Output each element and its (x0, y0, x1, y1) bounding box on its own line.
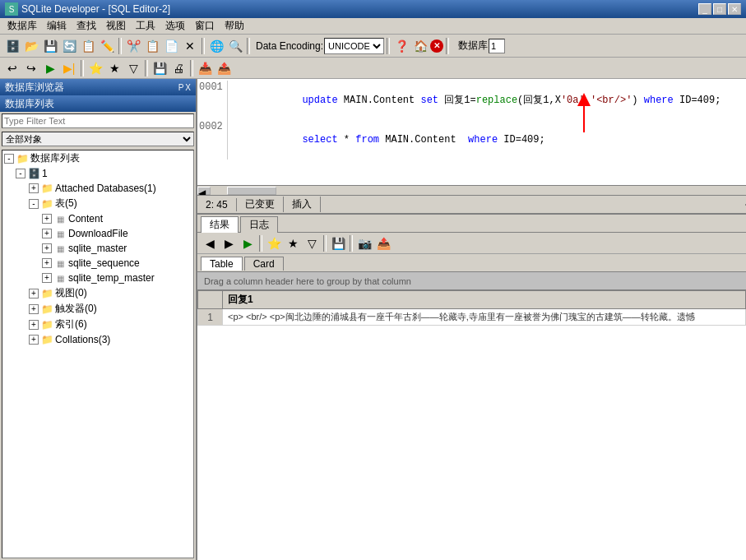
tables-expand[interactable]: - (29, 199, 39, 209)
db-list-title: 数据库列表 (5, 97, 54, 111)
cut-button[interactable]: ✂️ (124, 37, 142, 55)
db-input[interactable] (489, 39, 505, 53)
pin-button[interactable]: P (178, 83, 184, 92)
indexes-expand[interactable]: + (29, 320, 39, 330)
content-expand[interactable]: + (42, 214, 52, 224)
save-results-button[interactable]: 💾 (151, 59, 169, 77)
row-col1-1: <p> <br/> <p>闽北边陲的浦城县有一座千年古刹——轮藏寺,寺庙里有一座… (223, 309, 746, 326)
row-num-header (198, 291, 223, 309)
maximize-button[interactable]: □ (713, 3, 726, 15)
tree-sqlite-temp-master[interactable]: + ▦ sqlite_temp_master (2, 271, 193, 285)
views-expand[interactable]: + (29, 289, 39, 299)
menu-edit[interactable]: 编辑 (43, 18, 71, 34)
seq-expand[interactable]: + (42, 258, 52, 268)
triggers-expand[interactable]: + (29, 304, 39, 314)
tree-tables-folder[interactable]: - 📁 表(5) (2, 196, 193, 211)
collations-label: Collations(3) (55, 334, 110, 345)
copy-button[interactable]: 📋 (143, 37, 161, 55)
stop-button[interactable]: ✕ (430, 39, 443, 53)
print-button[interactable]: 🖨 (169, 59, 188, 77)
title-bar-buttons[interactable]: _ □ ✕ (698, 3, 741, 15)
download-expand[interactable]: + (42, 229, 52, 238)
tree-db-1[interactable]: - 🗄️ 1 (2, 166, 193, 181)
root-expand[interactable]: - (4, 154, 14, 164)
results-save[interactable]: 💾 (329, 234, 347, 252)
attached-label: Attached Databases(1) (55, 183, 156, 194)
help-button[interactable]: ❓ (392, 37, 410, 55)
search-button[interactable]: 🔍 (226, 37, 244, 55)
tree-sqlite-master[interactable]: + ▦ sqlite_master (2, 241, 193, 256)
filter-input[interactable] (2, 113, 194, 128)
delete-button[interactable]: ✕ (181, 37, 199, 55)
col-header-reply1[interactable]: 回复1 (223, 291, 746, 309)
subtab-table[interactable]: Table (201, 257, 243, 271)
results-star2[interactable]: ★ (284, 234, 302, 252)
menu-view[interactable]: 视图 (102, 18, 130, 34)
tree-collations-folder[interactable]: + 📁 Collations(3) (2, 332, 193, 347)
editor-scrollbar-h[interactable]: ◀ (197, 185, 746, 195)
export-button[interactable]: 📤 (215, 59, 233, 77)
tree-root[interactable]: - 📁 数据库列表 (2, 150, 193, 166)
close-button[interactable]: ✕ (728, 3, 741, 15)
temp-expand[interactable]: + (42, 273, 52, 283)
menu-tools[interactable]: 工具 (132, 18, 160, 34)
menu-window[interactable]: 窗口 (191, 18, 219, 34)
tree-sqlite-sequence[interactable]: + ▦ sqlite_sequence (2, 256, 193, 271)
menu-find[interactable]: 查找 (72, 18, 100, 34)
internet-button[interactable]: 🌐 (207, 37, 225, 55)
tab-results[interactable]: 结果 (201, 216, 239, 233)
redo-button[interactable]: ↪ (22, 59, 40, 77)
seq-table-label: sqlite_sequence (68, 257, 140, 269)
refresh-button[interactable]: 🔄 (60, 37, 78, 55)
tree-content-table[interactable]: + ▦ Content (2, 211, 193, 226)
home-button[interactable]: 🏠 (411, 37, 429, 55)
tab-log[interactable]: 日志 (240, 216, 278, 233)
master-expand[interactable]: + (42, 243, 52, 253)
bookmark-button[interactable]: ⭐ (86, 59, 104, 77)
editor-content[interactable]: 0001 update MAIN.Content set 回复1=replace… (197, 79, 746, 185)
results-table-area[interactable]: 回复1 1 <p> <br/> <p>闽北边陲的浦城县有一座千年古刹——轮藏寺,… (197, 290, 746, 560)
save-button[interactable]: 💾 (41, 37, 59, 55)
scroll-thumb[interactable] (227, 187, 276, 195)
menu-help[interactable]: 帮助 (220, 18, 248, 34)
scope-select[interactable]: 全部对象 (2, 132, 194, 146)
paste-button[interactable]: 📄 (162, 37, 180, 55)
results-export[interactable]: 📤 (374, 234, 392, 252)
tree-triggers-folder[interactable]: + 📁 触发器(0) (2, 301, 193, 317)
tables-folder-icon: 📁 (40, 197, 53, 211)
results-back-button[interactable]: ◀ (201, 234, 219, 252)
close-panel-button[interactable]: X (185, 83, 191, 92)
results-subtabs: Table Card (197, 254, 746, 272)
subtab-card[interactable]: Card (244, 257, 284, 271)
results-forward-button[interactable]: ▶ (220, 234, 238, 252)
tree-attached[interactable]: + 📁 Attached Databases(1) (2, 181, 193, 196)
results-star1[interactable]: ⭐ (265, 234, 283, 252)
menu-database[interactable]: 数据库 (3, 18, 41, 34)
open-button[interactable]: 📂 (22, 37, 40, 55)
tree-indexes-folder[interactable]: + 📁 索引(6) (2, 317, 193, 332)
tree-downloadfile-table[interactable]: + ▦ DownloadFile (2, 226, 193, 241)
results-filter[interactable]: ▽ (303, 234, 321, 252)
seq-table-icon: ▦ (53, 257, 67, 270)
scroll-left-btn[interactable]: ◀ (197, 187, 211, 195)
bookmark2-button[interactable]: ★ (105, 59, 123, 77)
results-run-button[interactable]: ▶ (239, 234, 257, 252)
properties-button[interactable]: 📋 (79, 37, 97, 55)
tree-views-folder[interactable]: + 📁 视图(0) (2, 285, 193, 301)
menu-options[interactable]: 选项 (161, 18, 189, 34)
encoding-select[interactable]: UNICODE (324, 38, 384, 54)
attached-expand[interactable]: + (29, 183, 39, 193)
edit-button[interactable]: ✏️ (98, 37, 116, 55)
undo-button[interactable]: ↩ (3, 59, 21, 77)
collations-expand[interactable]: + (29, 335, 39, 345)
filter-button[interactable]: ▽ (124, 59, 142, 77)
download-table-label: DownloadFile (68, 228, 128, 239)
minimize-button[interactable]: _ (698, 3, 711, 15)
new-db-button[interactable]: 🗄️ (3, 37, 21, 55)
run-button[interactable]: ▶ (41, 59, 59, 77)
import-button[interactable]: 📥 (196, 59, 214, 77)
db1-expand[interactable]: - (16, 169, 25, 178)
temp-table-icon: ▦ (53, 271, 67, 285)
results-photo[interactable]: 📷 (355, 234, 373, 252)
run-step-button[interactable]: ▶| (60, 59, 78, 77)
